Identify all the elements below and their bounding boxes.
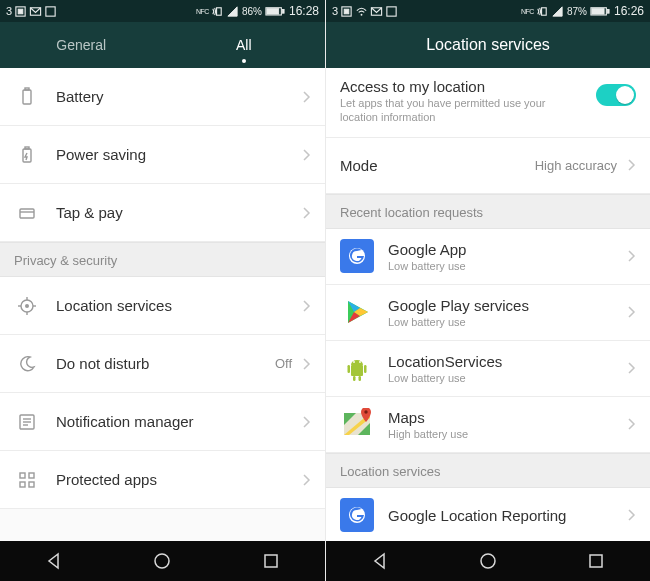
notification-manager-icon: [14, 409, 40, 435]
google-settings-icon: [340, 498, 374, 532]
row-battery[interactable]: Battery: [0, 68, 325, 126]
nfc-icon: NFC: [521, 5, 534, 18]
row-google-app[interactable]: Google App Low battery use: [326, 229, 650, 285]
nav-bar: [0, 541, 325, 581]
chevron-right-icon: [302, 299, 311, 313]
nav-home[interactable]: [458, 541, 518, 581]
protected-apps-icon: [14, 467, 40, 493]
row-label: Maps: [388, 409, 627, 426]
row-maps[interactable]: Maps High battery use: [326, 397, 650, 453]
section-privacy-security: Privacy & security: [0, 242, 325, 277]
row-tap-pay[interactable]: Tap & pay: [0, 184, 325, 242]
battery-icon: [14, 84, 40, 110]
row-sublabel: Low battery use: [388, 260, 627, 272]
status-bar: 3 NFC 86% 16:28: [0, 0, 325, 22]
row-sublabel: Low battery use: [388, 372, 627, 384]
row-google-play-services[interactable]: Google Play services Low battery use: [326, 285, 650, 341]
row-google-location-reporting[interactable]: Google Location Reporting: [326, 488, 650, 542]
nav-recent[interactable]: [241, 541, 301, 581]
carrier-label: 3: [332, 5, 338, 17]
row-label: LocationServices: [388, 353, 627, 370]
google-app-icon: [340, 239, 374, 273]
chevron-right-icon: [627, 361, 636, 375]
svg-rect-8: [23, 90, 31, 104]
phone-right: 3 NFC 87% 16:26 Location services Access…: [325, 0, 650, 581]
row-sublabel: Low battery use: [388, 316, 627, 328]
chevron-right-icon: [302, 415, 311, 429]
row-access-my-location[interactable]: Access to my location Let apps that you …: [326, 68, 650, 138]
svg-rect-38: [607, 9, 609, 13]
svg-rect-9: [25, 88, 29, 90]
row-protected-apps[interactable]: Protected apps: [0, 451, 325, 509]
phone-left: 3 NFC 86% 16:28 General All: [0, 0, 325, 581]
section-location-services: Location services: [326, 453, 650, 488]
row-power-saving[interactable]: Power saving: [0, 126, 325, 184]
mail-icon: [370, 5, 383, 18]
chevron-right-icon: [302, 90, 311, 104]
svg-rect-12: [20, 209, 34, 218]
vibrate-icon: [536, 5, 549, 18]
svg-rect-10: [23, 149, 31, 162]
chevron-right-icon: [627, 249, 636, 263]
power-saving-icon: [14, 142, 40, 168]
svg-rect-50: [359, 376, 362, 381]
row-label: Google App: [388, 241, 627, 258]
tab-all[interactable]: All: [163, 22, 326, 68]
moon-icon: [14, 351, 40, 377]
row-mode[interactable]: Mode High accuracy: [326, 138, 650, 194]
chevron-right-icon: [302, 206, 311, 220]
settings-icon: [385, 5, 398, 18]
svg-point-45: [353, 361, 355, 363]
nav-bar: [326, 541, 650, 581]
chevron-right-icon: [627, 508, 636, 522]
settings-list: Battery Power saving Tap & pay Privacy &…: [0, 68, 325, 541]
play-services-icon: [340, 295, 374, 329]
chevron-right-icon: [627, 305, 636, 319]
svg-rect-58: [590, 555, 602, 567]
screenshot-icon: [340, 5, 353, 18]
battery-percent: 86%: [242, 6, 262, 17]
row-value: High accuracy: [535, 158, 617, 173]
chevron-right-icon: [627, 417, 636, 431]
svg-rect-47: [348, 365, 351, 373]
nav-back[interactable]: [350, 541, 410, 581]
battery-icon: [265, 5, 285, 18]
toggle-access-location[interactable]: [596, 84, 636, 106]
mail-icon: [29, 5, 42, 18]
android-icon: [340, 351, 374, 385]
nav-back[interactable]: [24, 541, 84, 581]
row-label: Access to my location: [340, 78, 586, 95]
svg-rect-7: [282, 9, 284, 13]
signal-icon: [226, 5, 239, 18]
chevron-right-icon: [302, 148, 311, 162]
maps-icon: [340, 407, 374, 441]
row-label: Battery: [56, 88, 302, 105]
carrier-label: 3: [6, 5, 12, 17]
chevron-right-icon: [302, 357, 311, 371]
row-description: Let apps that you have permitted use you…: [340, 97, 586, 125]
svg-rect-11: [25, 147, 29, 149]
row-location-services[interactable]: Location services: [0, 277, 325, 335]
row-locationservices-app[interactable]: LocationServices Low battery use: [326, 341, 650, 397]
toggle-knob: [616, 86, 634, 104]
row-notification-manager[interactable]: Notification manager: [0, 393, 325, 451]
location-icon: [14, 293, 40, 319]
section-recent-requests: Recent location requests: [326, 194, 650, 229]
clock: 16:26: [614, 4, 644, 18]
svg-rect-27: [29, 482, 34, 487]
nav-home[interactable]: [132, 541, 192, 581]
row-label: Power saving: [56, 146, 302, 163]
nav-recent[interactable]: [566, 541, 626, 581]
row-label: Notification manager: [56, 413, 302, 430]
chevron-right-icon: [627, 158, 636, 172]
svg-point-32: [361, 13, 363, 15]
row-do-not-disturb[interactable]: Do not disturb Off: [0, 335, 325, 393]
svg-point-57: [481, 554, 495, 568]
tab-general[interactable]: General: [0, 22, 163, 68]
svg-rect-6: [267, 8, 279, 13]
vibrate-icon: [211, 5, 224, 18]
battery-icon: [590, 5, 610, 18]
svg-rect-26: [20, 482, 25, 487]
svg-point-46: [359, 361, 361, 363]
svg-rect-4: [217, 7, 222, 14]
